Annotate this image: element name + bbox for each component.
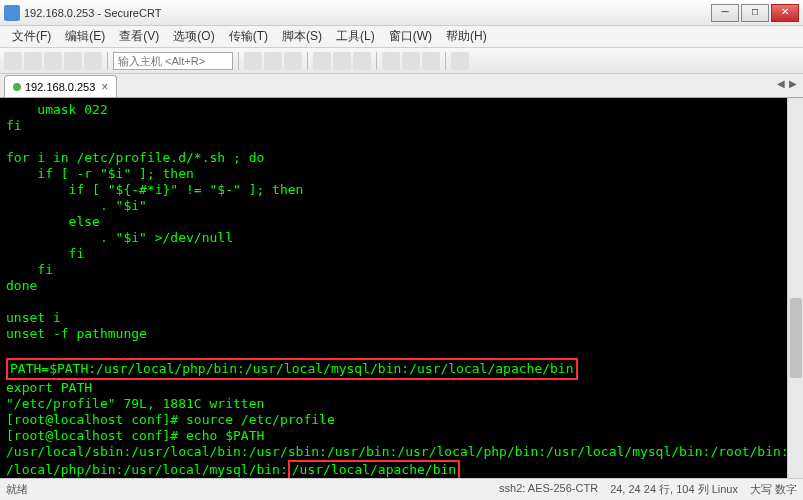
separator-icon xyxy=(238,52,239,70)
status-position: 24, 24 24 行, 104 列 Linux xyxy=(610,482,738,497)
menu-edit[interactable]: 编辑(E) xyxy=(59,26,111,47)
status-dot-icon xyxy=(13,83,21,91)
terminal-line: [root@localhost conf]# source /etc/profi… xyxy=(6,412,335,427)
status-ssh: ssh2: AES-256-CTR xyxy=(499,482,598,497)
menu-bar: 文件(F) 编辑(E) 查看(V) 选项(O) 传输(T) 脚本(S) 工具(L… xyxy=(0,26,803,48)
terminal-line: umask 022 xyxy=(6,102,108,117)
scrollbar-thumb[interactable] xyxy=(790,298,802,378)
copy-icon[interactable] xyxy=(244,52,262,70)
session-tab[interactable]: 192.168.0.253 × xyxy=(4,75,117,97)
highlight-path-line: PATH=$PATH:/usr/local/php/bin:/usr/local… xyxy=(6,358,578,380)
terminal-line: [root@localhost conf]# echo $PATH xyxy=(6,428,264,443)
toolbar xyxy=(0,48,803,74)
app-icon xyxy=(4,5,20,21)
tab-bar: 192.168.0.253 × ◀ ▶ xyxy=(0,74,803,98)
paste-icon[interactable] xyxy=(264,52,282,70)
status-bar: 就绪 ssh2: AES-256-CTR 24, 24 24 行, 104 列 … xyxy=(0,478,803,500)
menu-options[interactable]: 选项(O) xyxy=(167,26,220,47)
highlight-apache-bin: /usr/local/apache/bin xyxy=(288,460,460,480)
menu-view[interactable]: 查看(V) xyxy=(113,26,165,47)
terminal[interactable]: umask 022 fi for i in /etc/profile.d/*.s… xyxy=(0,98,803,498)
terminal-line: if [ "${-#*i}" != "$-" ]; then xyxy=(6,182,303,197)
terminal-line: "/etc/profile" 79L, 1881C written xyxy=(6,396,264,411)
terminal-line: fi xyxy=(6,246,84,261)
help-icon[interactable] xyxy=(422,52,440,70)
host-input[interactable] xyxy=(113,52,233,70)
window-title: 192.168.0.253 - SecureCRT xyxy=(24,7,711,19)
close-button[interactable]: ✕ xyxy=(771,4,799,22)
tab-close-icon[interactable]: × xyxy=(101,80,108,94)
sessions-icon[interactable] xyxy=(382,52,400,70)
tab-next-icon[interactable]: ▶ xyxy=(789,78,797,89)
print-icon[interactable] xyxy=(313,52,331,70)
find-icon[interactable] xyxy=(284,52,302,70)
vertical-scrollbar[interactable] xyxy=(787,98,803,498)
terminal-line: for i in /etc/profile.d/*.sh ; do xyxy=(6,150,264,165)
reconnect-icon[interactable] xyxy=(44,52,62,70)
menu-tools[interactable]: 工具(L) xyxy=(330,26,381,47)
separator-icon xyxy=(376,52,377,70)
connect-icon[interactable] xyxy=(24,52,42,70)
options-icon[interactable] xyxy=(353,52,371,70)
quickconnect-icon[interactable] xyxy=(4,52,22,70)
terminal-line: fi xyxy=(6,262,53,277)
separator-icon xyxy=(445,52,446,70)
title-bar: 192.168.0.253 - SecureCRT ─ □ ✕ xyxy=(0,0,803,26)
terminal-line: else xyxy=(6,214,100,229)
menu-window[interactable]: 窗口(W) xyxy=(383,26,438,47)
status-ready: 就绪 xyxy=(6,482,28,497)
terminal-line: . "$i" xyxy=(6,198,147,213)
disconnect-icon[interactable] xyxy=(64,52,82,70)
tab-prev-icon[interactable]: ◀ xyxy=(777,78,785,89)
terminal-line: /local/php/bin:/usr/local/mysql/bin: xyxy=(6,462,288,477)
separator-icon xyxy=(307,52,308,70)
maximize-button[interactable]: □ xyxy=(741,4,769,22)
terminal-line: /usr/local/sbin:/usr/local/bin:/usr/sbin… xyxy=(6,444,803,459)
terminal-line: . "$i" >/dev/null xyxy=(6,230,233,245)
menu-help[interactable]: 帮助(H) xyxy=(440,26,493,47)
tab-label: 192.168.0.253 xyxy=(25,81,95,93)
terminal-line: unset -f pathmunge xyxy=(6,326,147,341)
properties-icon[interactable] xyxy=(333,52,351,70)
terminal-line: unset i xyxy=(6,310,61,325)
terminal-line: export PATH xyxy=(6,380,92,395)
tab-nav: ◀ ▶ xyxy=(777,78,797,89)
terminal-line: fi xyxy=(6,118,22,133)
status-caps: 大写 数字 xyxy=(750,482,797,497)
logging-icon[interactable] xyxy=(402,52,420,70)
window-buttons: ─ □ ✕ xyxy=(711,4,799,22)
new-session-icon[interactable] xyxy=(84,52,102,70)
transfer-icon[interactable] xyxy=(451,52,469,70)
minimize-button[interactable]: ─ xyxy=(711,4,739,22)
terminal-line: done xyxy=(6,278,37,293)
menu-script[interactable]: 脚本(S) xyxy=(276,26,328,47)
menu-transfer[interactable]: 传输(T) xyxy=(223,26,274,47)
terminal-line: if [ -r "$i" ]; then xyxy=(6,166,194,181)
menu-file[interactable]: 文件(F) xyxy=(6,26,57,47)
separator-icon xyxy=(107,52,108,70)
